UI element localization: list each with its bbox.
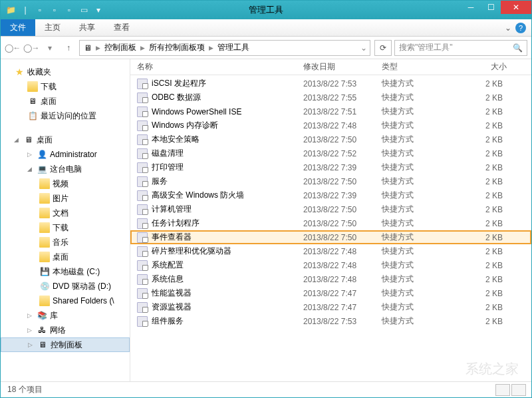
- column-name[interactable]: 名称: [137, 61, 303, 73]
- file-row[interactable]: 资源监视器2013/8/22 7:47快捷方式2 KB: [130, 300, 531, 314]
- file-tab[interactable]: 文件: [1, 19, 35, 36]
- view-icons-button[interactable]: [511, 384, 526, 396]
- file-row[interactable]: 打印管理2013/8/22 7:39快捷方式2 KB: [130, 160, 531, 174]
- navigation-pane[interactable]: ★收藏夹 下载 🖥桌面 📋最近访问的位置 ◢🖥桌面 ▷👤Administrato…: [1, 59, 130, 381]
- nav-recent[interactable]: 📋最近访问的位置: [1, 108, 130, 123]
- tab-share[interactable]: 共享: [70, 19, 104, 36]
- tab-home[interactable]: 主页: [35, 19, 70, 36]
- file-row[interactable]: iSCSI 发起程序2013/8/22 7:53快捷方式2 KB: [130, 77, 531, 91]
- minimize-button[interactable]: ─: [461, 1, 481, 14]
- dvd-icon: 💿: [39, 281, 50, 292]
- file-row[interactable]: 碎片整理和优化驱动器2013/8/22 7:48快捷方式2 KB: [130, 244, 531, 258]
- column-date[interactable]: 修改日期: [303, 61, 382, 73]
- tab-view[interactable]: 查看: [104, 19, 139, 36]
- file-row[interactable]: ODBC 数据源2013/8/22 7:55快捷方式2 KB: [130, 91, 531, 104]
- file-row[interactable]: 计算机管理2013/8/22 7:50快捷方式2 KB: [130, 202, 531, 216]
- file-row[interactable]: 磁盘清理2013/8/22 7:52快捷方式2 KB: [130, 146, 531, 160]
- nav-libraries[interactable]: ▷📚库: [1, 308, 130, 323]
- nav-desktop2[interactable]: 桌面: [1, 250, 130, 264]
- file-row[interactable]: 事件查看器2013/8/22 7:50快捷方式2 KB: [130, 230, 531, 244]
- expand-icon[interactable]: ▷: [28, 341, 35, 348]
- shortcut-icon: [137, 162, 148, 173]
- nav-drive-c[interactable]: 💾本地磁盘 (C:): [1, 264, 130, 279]
- file-row[interactable]: Windows PowerShell ISE2013/8/22 7:51快捷方式…: [130, 104, 531, 118]
- file-row[interactable]: 高级安全 Windows 防火墙2013/8/22 7:39快捷方式2 KB: [130, 188, 531, 202]
- back-button[interactable]: ◯←: [5, 40, 21, 56]
- column-headers: 名称 修改日期 类型 大小: [130, 59, 531, 75]
- nav-administrator[interactable]: ▷👤Administrator: [1, 147, 130, 162]
- file-type: 快捷方式: [382, 315, 460, 327]
- file-date: 2013/8/22 7:53: [303, 317, 382, 326]
- nav-favorites[interactable]: ★收藏夹: [1, 65, 130, 79]
- shortcut-icon: [137, 106, 148, 117]
- file-row[interactable]: 性能监视器2013/8/22 7:47快捷方式2 KB: [130, 286, 531, 300]
- breadcrumb-item[interactable]: 所有控制面板项: [148, 42, 206, 53]
- file-row[interactable]: 系统信息2013/8/22 7:48快捷方式2 KB: [130, 272, 531, 286]
- ribbon-expand-icon[interactable]: ⌄: [505, 23, 511, 33]
- breadcrumb[interactable]: 🖥 ▶ 控制面板 ▶ 所有控制面板项 ▶ 管理工具 ⌄: [79, 40, 370, 56]
- column-type[interactable]: 类型: [382, 61, 460, 73]
- file-row[interactable]: 组件服务2013/8/22 7:53快捷方式2 KB: [130, 314, 531, 328]
- folder-icon: [39, 222, 50, 233]
- nav-music[interactable]: 音乐: [1, 235, 130, 250]
- nav-shared[interactable]: Shared Folders (\: [1, 294, 130, 308]
- file-date: 2013/8/22 7:50: [303, 233, 382, 242]
- file-name: 任务计划程序: [152, 218, 303, 229]
- help-icon[interactable]: ?: [515, 23, 526, 33]
- recent-dropdown[interactable]: ▾: [42, 40, 58, 56]
- qat-new-icon[interactable]: ▫: [63, 4, 75, 16]
- nav-drive-d[interactable]: 💿DVD 驱动器 (D:): [1, 279, 130, 294]
- chevron-icon[interactable]: ▶: [94, 45, 102, 51]
- nav-desktop[interactable]: ◢🖥桌面: [1, 132, 130, 147]
- desktop-icon: 🖥: [27, 96, 38, 106]
- qat-folder-icon[interactable]: 📁: [5, 4, 17, 16]
- nav-pictures[interactable]: 图片: [1, 191, 130, 206]
- expand-icon[interactable]: ◢: [14, 136, 21, 143]
- chevron-icon[interactable]: ▶: [207, 45, 215, 51]
- qat-open-icon[interactable]: ▫: [49, 4, 61, 16]
- file-date: 2013/8/22 7:53: [303, 79, 382, 89]
- file-list[interactable]: iSCSI 发起程序2013/8/22 7:53快捷方式2 KBODBC 数据源…: [130, 75, 531, 381]
- search-input[interactable]: 搜索"管理工具" 🔍: [394, 40, 527, 56]
- file-date: 2013/8/22 7:51: [303, 107, 382, 116]
- nav-control-panel[interactable]: ▷🖥控制面板: [1, 337, 130, 352]
- file-size: 2 KB: [460, 135, 507, 144]
- breadcrumb-item[interactable]: 管理工具: [216, 42, 251, 53]
- qat-properties-icon[interactable]: ▫: [34, 4, 46, 16]
- close-button[interactable]: ✕: [501, 1, 531, 14]
- nav-desktop-fav[interactable]: 🖥桌面: [1, 94, 130, 108]
- nav-downloads[interactable]: 下载: [1, 79, 130, 94]
- nav-downloads2[interactable]: 下载: [1, 220, 130, 235]
- file-row[interactable]: Windows 内存诊断2013/8/22 7:48快捷方式2 KB: [130, 118, 531, 132]
- nav-videos[interactable]: 视频: [1, 176, 130, 191]
- file-type: 快捷方式: [382, 148, 460, 159]
- chevron-icon[interactable]: ▶: [139, 45, 146, 51]
- maximize-button[interactable]: ☐: [481, 1, 501, 14]
- shortcut-icon: [137, 260, 148, 271]
- refresh-button[interactable]: ⟳: [374, 40, 392, 56]
- file-name: 本地安全策略: [152, 134, 303, 145]
- up-button[interactable]: ↑: [61, 40, 76, 56]
- shortcut-icon: [137, 218, 148, 229]
- nav-network[interactable]: ▷🖧网络: [1, 323, 130, 337]
- file-size: 2 KB: [460, 191, 507, 200]
- file-row[interactable]: 服务2013/8/22 7:50快捷方式2 KB: [130, 174, 531, 188]
- file-date: 2013/8/22 7:48: [303, 275, 382, 284]
- file-row[interactable]: 本地安全策略2013/8/22 7:50快捷方式2 KB: [130, 132, 531, 146]
- qat-dropdown-icon[interactable]: ▾: [92, 4, 104, 16]
- expand-icon[interactable]: ▷: [27, 312, 34, 319]
- nav-computer[interactable]: ◢💻这台电脑: [1, 162, 130, 176]
- nav-documents[interactable]: 文档: [1, 206, 130, 220]
- expand-icon[interactable]: ▷: [27, 151, 34, 158]
- expand-icon[interactable]: ◢: [27, 166, 34, 172]
- column-size[interactable]: 大小: [460, 61, 507, 73]
- forward-button[interactable]: ◯→: [23, 40, 39, 56]
- breadcrumb-dropdown[interactable]: ⌄: [360, 43, 367, 53]
- qat-rename-icon[interactable]: ▭: [78, 4, 90, 16]
- file-row[interactable]: 系统配置2013/8/22 7:48快捷方式2 KB: [130, 258, 531, 272]
- view-details-button[interactable]: [495, 384, 510, 396]
- file-row[interactable]: 任务计划程序2013/8/22 7:50快捷方式2 KB: [130, 216, 531, 230]
- expand-icon[interactable]: ▷: [27, 327, 34, 333]
- breadcrumb-item[interactable]: 控制面板: [103, 42, 138, 53]
- file-date: 2013/8/22 7:39: [303, 163, 382, 172]
